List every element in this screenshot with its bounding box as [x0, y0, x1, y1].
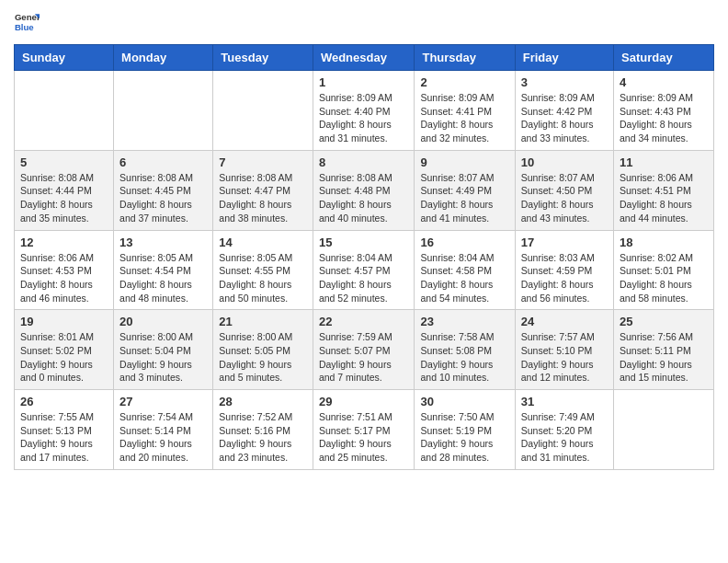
weekday-header-thursday: Thursday — [415, 45, 515, 71]
sunset-info: Sunset: 5:02 PM — [20, 345, 92, 356]
sunrise-info: Sunrise: 7:57 AM — [521, 331, 595, 342]
day-number: 14 — [219, 236, 307, 249]
sunset-info: Sunset: 4:55 PM — [219, 265, 290, 276]
daylight-label: Daylight: 8 hours and 48 minutes. — [119, 279, 192, 304]
weekday-header-row: SundayMondayTuesdayWednesdayThursdayFrid… — [15, 45, 714, 71]
calendar-cell: 3Sunrise: 8:09 AMSunset: 4:42 PMDaylight… — [515, 71, 613, 151]
day-number: 12 — [20, 236, 108, 249]
daylight-label: Daylight: 9 hours and 20 minutes. — [119, 438, 192, 463]
sunrise-info: Sunrise: 8:06 AM — [20, 252, 94, 263]
sunrise-info: Sunrise: 7:50 AM — [420, 411, 494, 422]
sunset-info: Sunset: 5:01 PM — [620, 265, 691, 276]
day-number: 16 — [420, 236, 508, 249]
day-number: 3 — [521, 75, 608, 89]
sunrise-info: Sunrise: 7:56 AM — [620, 331, 693, 342]
page: General Blue SundayMondayTuesdayWednesda… — [0, 0, 728, 563]
daylight-label: Daylight: 9 hours and 25 minutes. — [319, 438, 392, 463]
calendar-cell: 17Sunrise: 8:03 AMSunset: 4:59 PMDayligh… — [515, 230, 613, 310]
sunset-info: Sunset: 5:19 PM — [420, 425, 492, 436]
calendar-cell: 14Sunrise: 8:05 AMSunset: 4:55 PMDayligh… — [213, 230, 313, 310]
calendar-cell: 10Sunrise: 8:07 AMSunset: 4:50 PMDayligh… — [515, 150, 613, 230]
day-info: Sunrise: 8:00 AMSunset: 5:04 PMDaylight:… — [119, 330, 207, 385]
day-info: Sunrise: 8:02 AMSunset: 5:01 PMDaylight:… — [620, 251, 708, 305]
day-info: Sunrise: 8:04 AMSunset: 4:57 PMDaylight:… — [319, 251, 409, 305]
sunrise-info: Sunrise: 8:05 AM — [219, 252, 292, 263]
sunset-info: Sunset: 5:04 PM — [119, 345, 191, 356]
daylight-label: Daylight: 8 hours and 50 minutes. — [219, 279, 291, 304]
weekday-header-monday: Monday — [114, 45, 213, 71]
calendar-table: SundayMondayTuesdayWednesdayThursdayFrid… — [14, 44, 714, 470]
day-number: 24 — [521, 315, 608, 328]
sunset-info: Sunset: 5:11 PM — [620, 345, 691, 356]
logo: General Blue — [14, 9, 40, 35]
calendar-cell: 22Sunrise: 7:59 AMSunset: 5:07 PMDayligh… — [313, 310, 415, 390]
day-number: 26 — [20, 395, 108, 408]
daylight-label: Daylight: 9 hours and 23 minutes. — [219, 438, 291, 463]
daylight-label: Daylight: 8 hours and 40 minutes. — [319, 199, 392, 224]
sunrise-info: Sunrise: 8:00 AM — [219, 331, 292, 342]
daylight-label: Daylight: 9 hours and 5 minutes. — [219, 359, 291, 384]
sunrise-info: Sunrise: 7:59 AM — [319, 331, 392, 342]
daylight-label: Daylight: 8 hours and 43 minutes. — [521, 199, 594, 224]
calendar-cell: 13Sunrise: 8:05 AMSunset: 4:54 PMDayligh… — [114, 230, 213, 310]
day-info: Sunrise: 7:58 AMSunset: 5:08 PMDaylight:… — [420, 330, 508, 385]
sunset-info: Sunset: 5:05 PM — [219, 345, 290, 356]
day-info: Sunrise: 8:06 AMSunset: 4:51 PMDaylight:… — [620, 171, 708, 225]
daylight-label: Daylight: 8 hours and 38 minutes. — [219, 199, 291, 224]
day-number: 25 — [620, 315, 708, 328]
day-info: Sunrise: 7:57 AMSunset: 5:10 PMDaylight:… — [521, 330, 608, 385]
daylight-label: Daylight: 8 hours and 52 minutes. — [319, 279, 392, 304]
day-number: 20 — [119, 315, 207, 328]
day-number: 17 — [521, 236, 608, 249]
calendar-cell: 28Sunrise: 7:52 AMSunset: 5:16 PMDayligh… — [213, 390, 313, 470]
sunset-info: Sunset: 4:50 PM — [521, 185, 593, 196]
sunset-info: Sunset: 4:49 PM — [420, 185, 492, 196]
sunset-info: Sunset: 4:47 PM — [219, 185, 290, 196]
weekday-header-saturday: Saturday — [614, 45, 714, 71]
daylight-label: Daylight: 9 hours and 0 minutes. — [20, 359, 93, 384]
daylight-label: Daylight: 8 hours and 58 minutes. — [620, 279, 692, 304]
day-info: Sunrise: 7:49 AMSunset: 5:20 PMDaylight:… — [521, 410, 608, 465]
calendar-cell — [15, 71, 114, 151]
sunset-info: Sunset: 4:48 PM — [319, 185, 391, 196]
sunrise-info: Sunrise: 8:09 AM — [620, 92, 693, 103]
sunset-info: Sunset: 4:45 PM — [119, 185, 191, 196]
calendar-cell: 15Sunrise: 8:04 AMSunset: 4:57 PMDayligh… — [313, 230, 415, 310]
sunset-info: Sunset: 5:10 PM — [521, 345, 593, 356]
weekday-header-sunday: Sunday — [15, 45, 114, 71]
day-info: Sunrise: 8:09 AMSunset: 4:43 PMDaylight:… — [620, 91, 708, 145]
day-info: Sunrise: 8:04 AMSunset: 4:58 PMDaylight:… — [420, 251, 508, 305]
sunrise-info: Sunrise: 8:02 AM — [620, 252, 693, 263]
day-number: 9 — [420, 155, 508, 169]
day-number: 6 — [119, 155, 207, 169]
calendar-cell: 5Sunrise: 8:08 AMSunset: 4:44 PMDaylight… — [15, 150, 114, 230]
sunrise-info: Sunrise: 8:07 AM — [420, 172, 494, 183]
day-number: 2 — [420, 75, 508, 89]
calendar-cell: 23Sunrise: 7:58 AMSunset: 5:08 PMDayligh… — [415, 310, 515, 390]
sunrise-info: Sunrise: 8:00 AM — [119, 331, 193, 342]
calendar-cell: 4Sunrise: 8:09 AMSunset: 4:43 PMDaylight… — [614, 71, 714, 151]
sunset-info: Sunset: 5:16 PM — [219, 425, 290, 436]
calendar-cell: 31Sunrise: 7:49 AMSunset: 5:20 PMDayligh… — [515, 390, 613, 470]
sunrise-info: Sunrise: 8:05 AM — [119, 252, 193, 263]
week-row-4: 19Sunrise: 8:01 AMSunset: 5:02 PMDayligh… — [15, 310, 714, 390]
daylight-label: Daylight: 9 hours and 3 minutes. — [119, 359, 192, 384]
sunset-info: Sunset: 4:53 PM — [20, 265, 92, 276]
sunrise-info: Sunrise: 8:08 AM — [20, 172, 94, 183]
day-info: Sunrise: 7:50 AMSunset: 5:19 PMDaylight:… — [420, 410, 508, 465]
sunrise-info: Sunrise: 8:01 AM — [20, 331, 94, 342]
daylight-label: Daylight: 8 hours and 54 minutes. — [420, 279, 493, 304]
day-info: Sunrise: 7:54 AMSunset: 5:14 PMDaylight:… — [119, 410, 207, 465]
day-number: 31 — [521, 395, 608, 408]
calendar-cell: 26Sunrise: 7:55 AMSunset: 5:13 PMDayligh… — [15, 390, 114, 470]
calendar-cell: 20Sunrise: 8:00 AMSunset: 5:04 PMDayligh… — [114, 310, 213, 390]
day-number: 15 — [319, 236, 409, 249]
sunset-info: Sunset: 5:20 PM — [521, 425, 593, 436]
sunrise-info: Sunrise: 8:09 AM — [521, 92, 595, 103]
day-info: Sunrise: 8:08 AMSunset: 4:45 PMDaylight:… — [119, 171, 207, 225]
day-info: Sunrise: 8:08 AMSunset: 4:47 PMDaylight:… — [219, 171, 307, 225]
day-info: Sunrise: 7:59 AMSunset: 5:07 PMDaylight:… — [319, 330, 409, 385]
sunset-info: Sunset: 5:17 PM — [319, 425, 391, 436]
sunrise-info: Sunrise: 8:06 AM — [620, 172, 693, 183]
sunset-info: Sunset: 5:14 PM — [119, 425, 191, 436]
